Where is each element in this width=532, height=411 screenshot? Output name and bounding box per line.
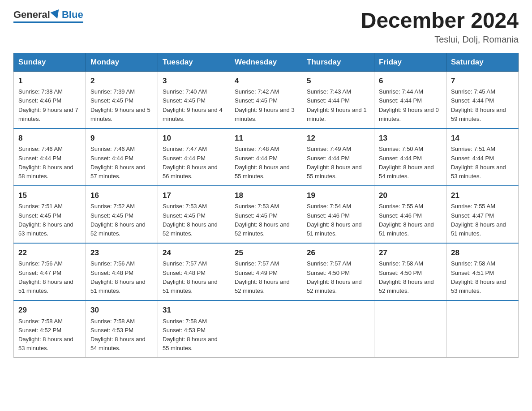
- calendar-cell: 18Sunrise: 7:53 AMSunset: 4:45 PMDayligh…: [230, 186, 302, 243]
- column-header-saturday: Saturday: [446, 53, 519, 71]
- day-info: Sunrise: 7:51 AMSunset: 4:45 PMDaylight:…: [18, 202, 81, 238]
- day-info: Sunrise: 7:51 AMSunset: 4:44 PMDaylight:…: [451, 145, 514, 181]
- calendar-cell: 7Sunrise: 7:45 AMSunset: 4:44 PMDaylight…: [446, 71, 519, 128]
- day-number: 7: [451, 75, 514, 87]
- day-info: Sunrise: 7:57 AMSunset: 4:50 PMDaylight:…: [307, 259, 369, 295]
- column-header-wednesday: Wednesday: [230, 53, 302, 71]
- logo-underline: [13, 21, 83, 23]
- day-number: 16: [90, 190, 153, 201]
- page-header: General Blue December 2024 Teslui, Dolj,…: [13, 9, 519, 45]
- day-number: 19: [307, 190, 369, 201]
- calendar-cell: 8Sunrise: 7:46 AMSunset: 4:44 PMDaylight…: [14, 128, 86, 186]
- logo-triangle-icon: [50, 9, 61, 20]
- day-number: 26: [307, 247, 369, 259]
- day-number: 23: [90, 247, 153, 259]
- calendar-cell: [446, 300, 519, 358]
- day-info: Sunrise: 7:49 AMSunset: 4:44 PMDaylight:…: [307, 145, 369, 181]
- day-info: Sunrise: 7:58 AMSunset: 4:52 PMDaylight:…: [18, 317, 81, 353]
- calendar-cell: 31Sunrise: 7:58 AMSunset: 4:53 PMDayligh…: [158, 300, 230, 358]
- calendar-cell: 17Sunrise: 7:53 AMSunset: 4:45 PMDayligh…: [158, 186, 230, 243]
- day-number: 3: [163, 75, 225, 87]
- day-info: Sunrise: 7:50 AMSunset: 4:44 PMDaylight:…: [379, 145, 442, 181]
- day-number: 2: [90, 75, 153, 87]
- column-header-monday: Monday: [86, 53, 158, 71]
- day-info: Sunrise: 7:40 AMSunset: 4:45 PMDaylight:…: [163, 87, 225, 124]
- column-header-tuesday: Tuesday: [158, 53, 230, 71]
- day-info: Sunrise: 7:46 AMSunset: 4:44 PMDaylight:…: [90, 145, 153, 181]
- day-info: Sunrise: 7:53 AMSunset: 4:45 PMDaylight:…: [163, 202, 225, 238]
- column-header-friday: Friday: [374, 53, 446, 71]
- day-number: 6: [379, 75, 442, 87]
- calendar-cell: 22Sunrise: 7:56 AMSunset: 4:47 PMDayligh…: [14, 243, 86, 300]
- day-info: Sunrise: 7:44 AMSunset: 4:44 PMDaylight:…: [379, 87, 442, 124]
- calendar-cell: 5Sunrise: 7:43 AMSunset: 4:44 PMDaylight…: [302, 71, 374, 128]
- column-header-sunday: Sunday: [14, 53, 86, 71]
- calendar-cell: 10Sunrise: 7:47 AMSunset: 4:44 PMDayligh…: [158, 128, 230, 186]
- day-number: 24: [163, 247, 225, 259]
- title-block: December 2024 Teslui, Dolj, Romania: [361, 9, 519, 45]
- calendar-cell: 9Sunrise: 7:46 AMSunset: 4:44 PMDaylight…: [86, 128, 158, 186]
- day-info: Sunrise: 7:48 AMSunset: 4:44 PMDaylight:…: [235, 145, 297, 181]
- day-info: Sunrise: 7:42 AMSunset: 4:45 PMDaylight:…: [235, 87, 297, 124]
- day-number: 11: [235, 133, 297, 144]
- day-number: 27: [379, 247, 442, 259]
- calendar-cell: 19Sunrise: 7:54 AMSunset: 4:46 PMDayligh…: [302, 186, 374, 243]
- column-header-thursday: Thursday: [302, 53, 374, 71]
- calendar-week-row: 22Sunrise: 7:56 AMSunset: 4:47 PMDayligh…: [14, 243, 519, 300]
- calendar-week-row: 1Sunrise: 7:38 AMSunset: 4:46 PMDaylight…: [14, 71, 519, 128]
- day-info: Sunrise: 7:57 AMSunset: 4:49 PMDaylight:…: [235, 259, 297, 295]
- day-number: 1: [18, 75, 81, 87]
- day-number: 14: [451, 133, 514, 144]
- day-number: 12: [307, 133, 369, 144]
- day-info: Sunrise: 7:46 AMSunset: 4:44 PMDaylight:…: [18, 145, 81, 181]
- calendar-cell: 4Sunrise: 7:42 AMSunset: 4:45 PMDaylight…: [230, 71, 302, 128]
- day-info: Sunrise: 7:39 AMSunset: 4:45 PMDaylight:…: [90, 87, 153, 124]
- day-number: 5: [307, 75, 369, 87]
- calendar-cell: 23Sunrise: 7:56 AMSunset: 4:48 PMDayligh…: [86, 243, 158, 300]
- day-number: 15: [18, 190, 81, 201]
- logo-blue-text: Blue: [62, 9, 83, 21]
- calendar-week-row: 8Sunrise: 7:46 AMSunset: 4:44 PMDaylight…: [14, 128, 519, 186]
- month-title: December 2024: [361, 9, 519, 33]
- calendar-week-row: 15Sunrise: 7:51 AMSunset: 4:45 PMDayligh…: [14, 186, 519, 243]
- calendar-week-row: 29Sunrise: 7:58 AMSunset: 4:52 PMDayligh…: [14, 300, 519, 358]
- day-number: 25: [235, 247, 297, 259]
- day-info: Sunrise: 7:56 AMSunset: 4:47 PMDaylight:…: [18, 259, 81, 295]
- day-number: 29: [18, 304, 81, 316]
- day-number: 21: [451, 190, 514, 201]
- day-number: 10: [163, 133, 225, 144]
- day-info: Sunrise: 7:56 AMSunset: 4:48 PMDaylight:…: [90, 259, 153, 295]
- day-number: 31: [163, 304, 225, 316]
- day-number: 8: [18, 133, 81, 144]
- calendar-cell: 27Sunrise: 7:58 AMSunset: 4:50 PMDayligh…: [374, 243, 446, 300]
- day-number: 30: [90, 304, 153, 316]
- calendar-cell: [374, 300, 446, 358]
- day-info: Sunrise: 7:57 AMSunset: 4:48 PMDaylight:…: [163, 259, 225, 295]
- calendar-cell: 3Sunrise: 7:40 AMSunset: 4:45 PMDaylight…: [158, 71, 230, 128]
- calendar-cell: 29Sunrise: 7:58 AMSunset: 4:52 PMDayligh…: [14, 300, 86, 358]
- day-info: Sunrise: 7:55 AMSunset: 4:46 PMDaylight:…: [379, 202, 442, 238]
- day-info: Sunrise: 7:58 AMSunset: 4:53 PMDaylight:…: [90, 317, 153, 353]
- logo-general-text: General: [13, 9, 50, 21]
- day-number: 22: [18, 247, 81, 259]
- day-info: Sunrise: 7:52 AMSunset: 4:45 PMDaylight:…: [90, 202, 153, 238]
- calendar-cell: 16Sunrise: 7:52 AMSunset: 4:45 PMDayligh…: [86, 186, 158, 243]
- day-info: Sunrise: 7:55 AMSunset: 4:47 PMDaylight:…: [451, 202, 514, 238]
- day-number: 17: [163, 190, 225, 201]
- location-subtitle: Teslui, Dolj, Romania: [361, 34, 519, 45]
- day-info: Sunrise: 7:58 AMSunset: 4:51 PMDaylight:…: [451, 259, 514, 295]
- day-number: 13: [379, 133, 442, 144]
- day-info: Sunrise: 7:54 AMSunset: 4:46 PMDaylight:…: [307, 202, 369, 238]
- calendar-cell: 21Sunrise: 7:55 AMSunset: 4:47 PMDayligh…: [446, 186, 519, 243]
- day-number: 18: [235, 190, 297, 201]
- day-number: 9: [90, 133, 153, 144]
- calendar-cell: 25Sunrise: 7:57 AMSunset: 4:49 PMDayligh…: [230, 243, 302, 300]
- calendar-cell: [302, 300, 374, 358]
- calendar-cell: 14Sunrise: 7:51 AMSunset: 4:44 PMDayligh…: [446, 128, 519, 186]
- day-info: Sunrise: 7:58 AMSunset: 4:53 PMDaylight:…: [163, 317, 225, 353]
- day-number: 28: [451, 247, 514, 259]
- calendar-cell: 26Sunrise: 7:57 AMSunset: 4:50 PMDayligh…: [302, 243, 374, 300]
- calendar-header-row: SundayMondayTuesdayWednesdayThursdayFrid…: [14, 53, 519, 71]
- calendar-cell: 1Sunrise: 7:38 AMSunset: 4:46 PMDaylight…: [14, 71, 86, 128]
- calendar-cell: [230, 300, 302, 358]
